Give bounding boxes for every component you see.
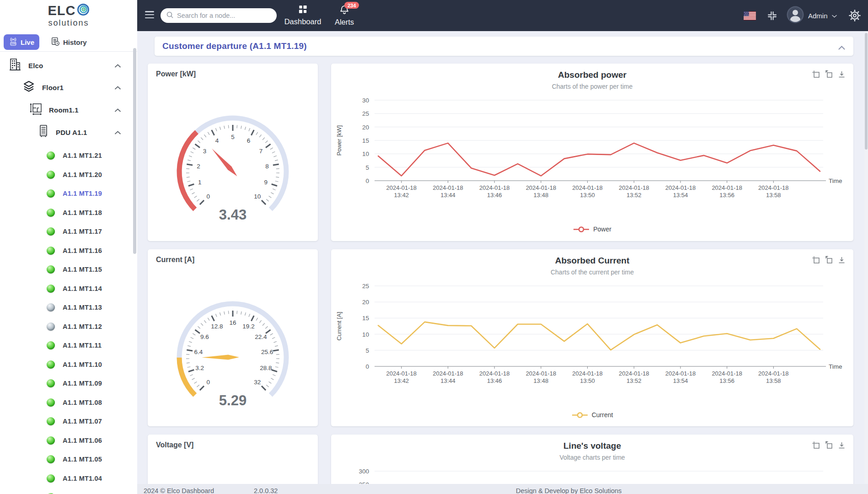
footer-credit: Design & Develop by Elco Solutions [516, 487, 622, 494]
brand-subtext: solutions [48, 18, 89, 28]
download-icon[interactable] [837, 441, 846, 451]
sidebar-node[interactable]: A1.1 MT1.05 [0, 450, 134, 468]
main-scrollbar-thumb[interactable] [865, 33, 868, 150]
sidebar-node[interactable]: A1.1 MT1.07 [0, 412, 134, 430]
chart-legend[interactable]: Power [331, 226, 853, 233]
footer-version: 2.0.0.32 [254, 487, 278, 494]
node-label: A1.1 MT1.10 [63, 361, 102, 368]
svg-text:Current [A]: Current [A] [336, 312, 343, 341]
svg-text:25: 25 [362, 110, 369, 117]
chart-legend[interactable]: Current [331, 411, 853, 419]
nav-alerts[interactable]: 234 Alerts [324, 4, 365, 27]
node-status-icon [47, 303, 55, 311]
sidebar-node[interactable]: A1.1 MT1.04 [0, 469, 134, 488]
sidebar-node[interactable]: A1.1 MT1.06 [0, 431, 134, 450]
tab-live[interactable]: LIVE Live [4, 34, 39, 50]
sidebar-node[interactable]: A1.1 MT1.19 [0, 184, 134, 203]
user-name: Admin [808, 12, 828, 20]
svg-text:0: 0 [207, 379, 210, 386]
sidebar-node-partial[interactable] [0, 488, 134, 494]
current-line-chart[interactable]: 0510152025Current [A]2024-01-1813:422024… [331, 281, 853, 393]
tree-group-floor[interactable]: Floor1 [0, 78, 134, 97]
sidebar-node[interactable]: A1.1 MT1.16 [0, 242, 134, 260]
avatar [787, 6, 804, 25]
page-header-card: Customer departure (A1.1 MT1.19) [155, 37, 853, 56]
svg-text:5: 5 [365, 347, 369, 354]
svg-text:7: 7 [259, 148, 263, 155]
dashboard-label: Dashboard [284, 17, 321, 26]
voltage-gauge-title: Voltage [V] [156, 441, 193, 449]
svg-text:13:48: 13:48 [534, 192, 549, 199]
download-icon[interactable] [837, 256, 846, 266]
legend-label: Power [593, 226, 611, 233]
node-label: A1.1 MT1.11 [63, 342, 102, 349]
svg-text:13:42: 13:42 [394, 377, 409, 384]
power-line-chart[interactable]: 051015202530Power [kW]2024-01-1813:42202… [331, 96, 853, 207]
zoom-reset-icon[interactable] [825, 441, 833, 451]
zoom-reset-icon[interactable] [825, 256, 833, 266]
svg-text:2024-01-18: 2024-01-18 [712, 370, 742, 377]
svg-text:2024-01-18: 2024-01-18 [758, 370, 789, 377]
chevron-up-icon[interactable] [115, 128, 121, 136]
fullscreen-compress-icon[interactable] [767, 0, 777, 31]
zoom-reset-icon[interactable] [825, 70, 833, 81]
svg-text:13:48: 13:48 [534, 377, 549, 384]
sidebar-node[interactable]: A1.1 MT1.11 [0, 336, 134, 354]
main-content: Customer departure (A1.1 MT1.19) Power [… [137, 31, 868, 494]
svg-text:2024-01-18: 2024-01-18 [526, 370, 557, 377]
sidebar-node[interactable]: A1.1 MT1.17 [0, 222, 134, 241]
svg-text:2024-01-18: 2024-01-18 [479, 370, 510, 377]
chevron-up-icon[interactable] [115, 106, 121, 114]
hamburger-menu-icon[interactable] [145, 11, 155, 20]
chevron-up-icon[interactable] [115, 61, 121, 70]
download-icon[interactable] [837, 70, 846, 81]
svg-text:1: 1 [198, 179, 202, 186]
zoom-selection-icon[interactable] [812, 441, 820, 451]
legend-label: Current [592, 411, 613, 419]
svg-text:30: 30 [362, 97, 369, 104]
tab-history[interactable]: History [50, 34, 87, 50]
tree-label-site: Elco [28, 62, 43, 70]
sidebar-node[interactable]: A1.1 MT1.10 [0, 355, 134, 374]
language-flag-us[interactable] [744, 0, 756, 31]
node-search[interactable] [161, 8, 277, 23]
sidebar-node[interactable]: A1.1 MT1.13 [0, 298, 134, 317]
tree-group-room[interactable]: Room1.1 [0, 101, 134, 119]
sidebar-scrollbar[interactable] [133, 48, 136, 254]
node-label: A1.1 MT1.04 [63, 475, 102, 482]
svg-text:13:52: 13:52 [627, 192, 642, 199]
sidebar-node[interactable]: A1.1 MT1.12 [0, 317, 134, 336]
current-gauge-card: Current [A] 03.26.49.612.81619.222.425.6… [148, 249, 318, 426]
node-status-icon [47, 436, 55, 445]
sidebar-node[interactable]: A1.1 MT1.09 [0, 374, 134, 392]
building-icon [8, 58, 22, 73]
sidebar-node[interactable]: A1.1 MT1.08 [0, 393, 134, 412]
search-input[interactable] [177, 12, 271, 19]
user-menu[interactable]: Admin [787, 0, 837, 31]
brand-o-swirl-icon [77, 3, 90, 18]
tree-group-site[interactable]: Elco [0, 56, 134, 75]
sidebar-node[interactable]: A1.1 MT1.21 [0, 146, 134, 165]
tree-group-pdu[interactable]: PDU A1.1 [0, 123, 134, 141]
svg-text:13:54: 13:54 [673, 377, 688, 384]
node-status-icon [47, 151, 55, 160]
footer: 2024 © Elco Dashboard 2.0.0.32 Design & … [137, 484, 868, 494]
sidebar-node[interactable]: A1.1 MT1.18 [0, 204, 134, 222]
layers-icon [22, 80, 36, 95]
collapse-chevron-up-icon[interactable] [838, 43, 845, 52]
zoom-selection-icon[interactable] [812, 70, 820, 81]
settings-gear-icon[interactable] [849, 0, 861, 31]
sidebar-node[interactable]: A1.1 MT1.15 [0, 260, 134, 279]
svg-text:13:50: 13:50 [580, 377, 595, 384]
svg-text:13:46: 13:46 [487, 192, 502, 199]
svg-text:2024-01-18: 2024-01-18 [386, 370, 417, 377]
node-status-icon [47, 209, 55, 217]
power-gauge: 0123456789103.43 [148, 64, 318, 241]
power-gauge-card: Power [kW] 0123456789103.43 [148, 64, 318, 241]
main-scrollbar[interactable] [864, 31, 868, 494]
sidebar-node[interactable]: A1.1 MT1.20 [0, 166, 134, 184]
chevron-up-icon[interactable] [115, 83, 121, 91]
sidebar-node[interactable]: A1.1 MT1.14 [0, 279, 134, 298]
zoom-selection-icon[interactable] [812, 256, 820, 266]
nav-dashboard[interactable]: Dashboard [280, 4, 326, 26]
